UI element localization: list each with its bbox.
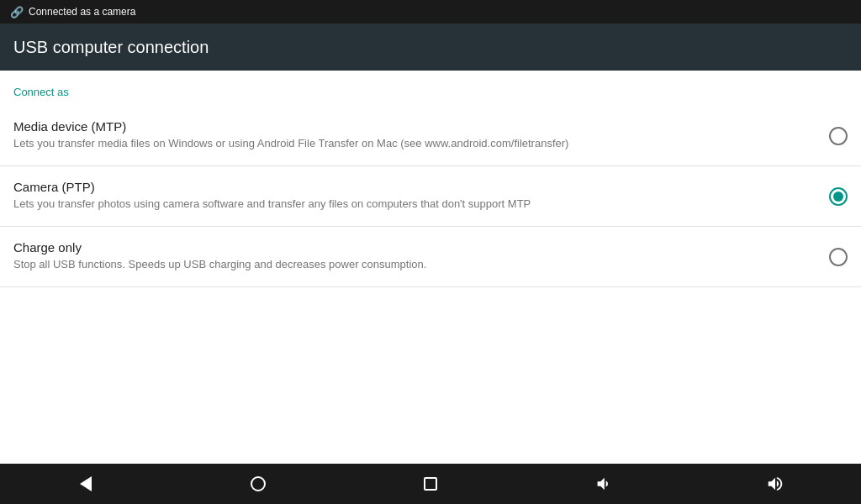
- status-bar: 🔗 Connected as a camera: [0, 0, 861, 24]
- option-mtp[interactable]: Media device (MTP) Lets you transfer med…: [0, 106, 861, 166]
- section-header: Connect as: [0, 71, 861, 106]
- option-mtp-text: Media device (MTP) Lets you transfer med…: [13, 119, 816, 151]
- home-icon: [251, 476, 266, 491]
- option-ptp-radio[interactable]: [829, 187, 848, 206]
- recent-apps-button[interactable]: [410, 464, 451, 504]
- option-mtp-title: Media device (MTP): [13, 119, 816, 134]
- volume-up-icon: [766, 475, 784, 493]
- volume-down-button[interactable]: [583, 464, 623, 504]
- usb-status-icon: 🔗: [10, 6, 24, 18]
- option-mtp-radio[interactable]: [829, 127, 848, 145]
- option-ptp-title: Camera (PTP): [13, 180, 816, 194]
- recent-apps-icon: [424, 477, 437, 491]
- volume-down-icon: [594, 475, 612, 493]
- option-charge-text: Charge only Stop all USB functions. Spee…: [13, 240, 816, 272]
- connect-as-label: Connect as: [13, 86, 69, 98]
- home-button[interactable]: [238, 464, 278, 504]
- option-mtp-desc: Lets you transfer media files on Windows…: [13, 136, 816, 151]
- option-charge-desc: Stop all USB functions. Speeds up USB ch…: [13, 257, 816, 272]
- option-charge[interactable]: Charge only Stop all USB functions. Spee…: [0, 227, 861, 287]
- option-charge-title: Charge only: [13, 240, 816, 255]
- status-bar-text: Connected as a camera: [29, 6, 135, 18]
- option-ptp-desc: Lets you transfer photos using camera so…: [13, 197, 816, 212]
- status-bar-content: 🔗 Connected as a camera: [10, 6, 135, 18]
- option-charge-radio[interactable]: [829, 248, 848, 266]
- bottom-nav: [0, 464, 861, 504]
- option-ptp-radio-inner: [833, 192, 843, 202]
- volume-up-button[interactable]: [755, 464, 795, 504]
- main-content: Connect as Media device (MTP) Lets you t…: [0, 71, 861, 287]
- back-button[interactable]: [66, 464, 106, 504]
- title-bar: USB computer connection: [0, 24, 861, 71]
- option-ptp[interactable]: Camera (PTP) Lets you transfer photos us…: [0, 166, 861, 227]
- page-title: USB computer connection: [13, 38, 209, 57]
- back-icon: [80, 476, 92, 491]
- option-ptp-text: Camera (PTP) Lets you transfer photos us…: [13, 180, 816, 212]
